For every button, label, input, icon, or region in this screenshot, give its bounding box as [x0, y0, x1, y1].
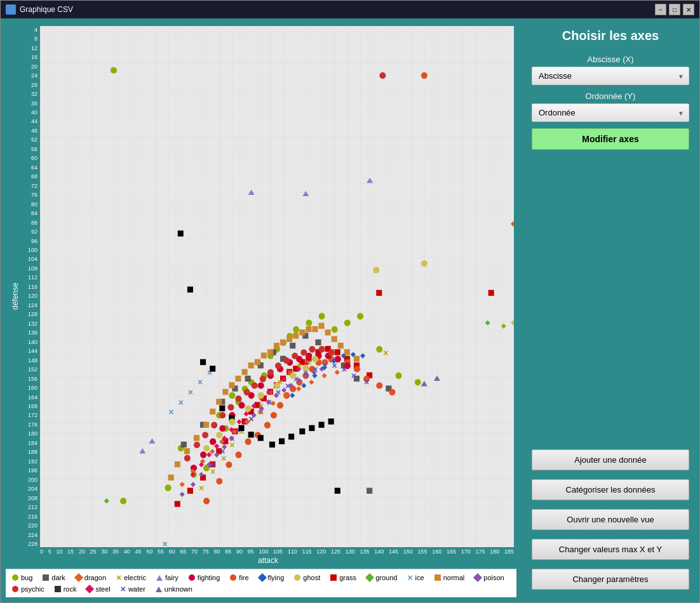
legend-fire-label: fire — [239, 574, 248, 581]
legend-ghost-label: ghost — [303, 574, 320, 581]
poison-icon — [473, 573, 482, 582]
svg-rect-249 — [187, 287, 193, 293]
svg-rect-254 — [239, 425, 245, 431]
maximize-button[interactable]: □ — [669, 4, 680, 15]
legend-steel-label: steel — [95, 585, 110, 593]
svg-rect-46 — [184, 448, 190, 454]
svg-rect-71 — [354, 356, 360, 362]
svg-rect-45 — [175, 461, 180, 467]
ajouter-donnee-button[interactable]: Ajouter une donnée — [532, 449, 689, 470]
legend-dragon: dragon — [76, 573, 106, 582]
svg-point-190 — [283, 357, 290, 364]
title-bar: Graphique CSV − □ ✕ — [1, 1, 699, 18]
bug-icon — [12, 574, 18, 581]
legend-electric: × electric — [116, 573, 146, 582]
svg-rect-0 — [40, 26, 514, 547]
svg-rect-263 — [328, 418, 334, 424]
svg-point-168 — [258, 382, 264, 388]
steel-icon — [85, 585, 94, 593]
svg-rect-59 — [274, 343, 279, 348]
svg-point-265 — [203, 445, 210, 451]
unknown-icon — [156, 586, 162, 592]
changer-max-button[interactable]: Changer valeurs max X et Y — [532, 539, 689, 560]
svg-rect-257 — [269, 442, 275, 447]
app-icon — [6, 4, 16, 15]
ice-icon: × — [407, 573, 412, 582]
legend-bug: bug — [12, 573, 32, 582]
changer-parametres-button[interactable]: Changer paramètres — [532, 569, 689, 590]
legend-normal-label: normal — [443, 574, 465, 581]
svg-point-185 — [244, 389, 250, 395]
svg-rect-255 — [248, 432, 254, 437]
svg-point-274 — [373, 267, 379, 273]
svg-rect-58 — [267, 349, 273, 355]
minimize-button[interactable]: − — [655, 4, 666, 15]
main-window: Graphique CSV − □ ✕ défense 228 224 220 — [0, 0, 700, 603]
svg-rect-70 — [344, 349, 350, 355]
close-button[interactable]: ✕ — [683, 4, 694, 15]
svg-text:×: × — [364, 377, 369, 387]
legend-unknown-label: unknown — [165, 585, 192, 593]
svg-rect-248 — [178, 230, 184, 236]
svg-point-193 — [309, 346, 315, 352]
legend-normal: normal — [434, 573, 465, 582]
legend-poison-label: poison — [483, 574, 504, 581]
chart-area: défense 228 224 220 216 212 208 204 — [1, 18, 522, 602]
svg-point-25 — [376, 346, 382, 352]
svg-point-270 — [274, 382, 280, 388]
svg-text:×: × — [198, 377, 203, 387]
modifier-axes-button[interactable]: Modifier axes — [532, 128, 689, 150]
svg-point-266 — [216, 432, 222, 438]
svg-point-292 — [421, 72, 427, 79]
legend-water-label: water — [128, 585, 145, 593]
svg-rect-264 — [335, 487, 340, 493]
legend-ground: ground — [367, 573, 397, 582]
psychic-icon — [12, 586, 18, 592]
dark-icon — [43, 574, 49, 581]
svg-rect-38 — [315, 340, 321, 345]
svg-rect-67 — [325, 329, 331, 335]
svg-point-164 — [219, 425, 225, 432]
x-ticks: 0 5 10 15 20 25 30 35 40 45 50 55 — [22, 548, 514, 555]
svg-rect-32 — [245, 376, 251, 381]
svg-point-272 — [302, 364, 309, 371]
svg-point-106 — [277, 402, 283, 408]
svg-rect-53 — [235, 376, 241, 381]
legend-dark: dark — [43, 573, 65, 582]
svg-point-191 — [292, 352, 298, 359]
nouvelle-vue-button[interactable]: Ouvrir une nouvelle vue — [532, 509, 689, 530]
x-axis-label: attack — [22, 555, 514, 566]
svg-rect-73 — [187, 487, 193, 493]
svg-rect-36 — [290, 343, 295, 348]
categoriser-button[interactable]: Catégoriser les données — [532, 479, 689, 500]
ghost-icon — [294, 574, 300, 581]
legend-rock: rock — [55, 585, 77, 593]
legend-steel: steel — [86, 585, 110, 593]
legend-psychic-label: psychic — [21, 585, 44, 593]
svg-point-21 — [319, 313, 325, 319]
svg-rect-258 — [279, 439, 285, 444]
legend-dark-label: dark — [51, 574, 65, 581]
sidebar: Choisir les axes Abscisse (X) Abscisse O… — [522, 18, 699, 602]
svg-rect-62 — [293, 333, 299, 338]
svg-rect-50 — [216, 399, 222, 404]
ordonnee-dropdown[interactable]: Ordonnée — [532, 103, 689, 122]
ordonnee-section: Ordonnée (Y) Ordonnée — [532, 91, 689, 122]
svg-point-186 — [252, 382, 258, 388]
svg-point-23 — [344, 319, 351, 326]
sidebar-title: Choisir les axes — [532, 29, 689, 43]
svg-rect-250 — [200, 359, 206, 365]
svg-rect-42 — [367, 487, 372, 493]
svg-point-162 — [200, 451, 206, 458]
svg-point-1 — [120, 498, 126, 504]
fighting-icon — [189, 574, 195, 581]
svg-rect-68 — [332, 336, 337, 341]
electric-icon: × — [116, 573, 121, 582]
svg-point-271 — [290, 373, 296, 379]
ground-icon — [365, 573, 374, 582]
svg-point-269 — [258, 392, 264, 399]
fire-icon — [230, 574, 236, 581]
svg-rect-61 — [286, 336, 292, 341]
normal-icon — [434, 574, 441, 581]
abscisse-dropdown[interactable]: Abscisse — [532, 67, 689, 85]
